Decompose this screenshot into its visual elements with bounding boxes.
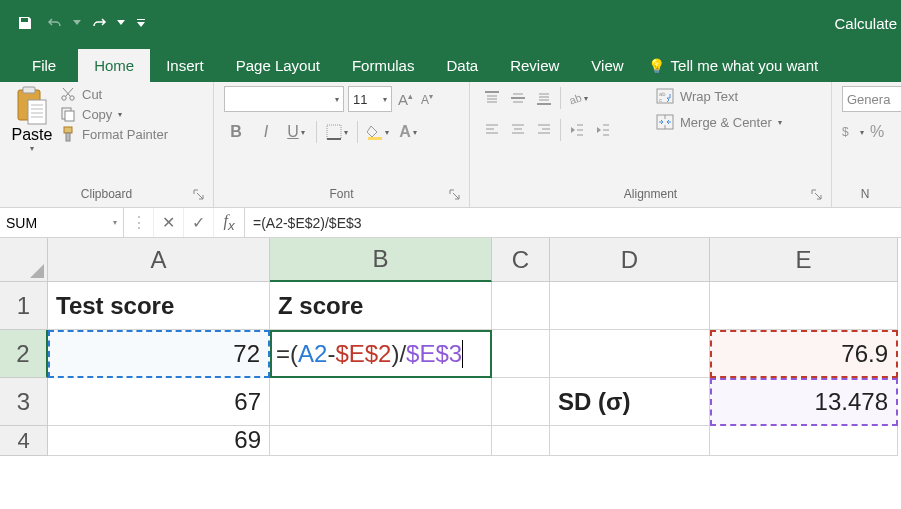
increase-indent-button[interactable] [591, 118, 615, 142]
svg-rect-2 [28, 100, 46, 124]
cell-B2[interactable]: =(A2-$E$2)/$E$3 [270, 330, 492, 378]
col-header-D[interactable]: D [550, 238, 710, 282]
cell-A4[interactable]: 69 [48, 426, 270, 456]
italic-button[interactable]: I [254, 120, 278, 144]
underline-button[interactable]: U▾ [284, 120, 308, 144]
cell-D4[interactable] [550, 426, 710, 456]
redo-dropdown[interactable] [116, 20, 126, 26]
dialog-launcher-icon[interactable] [449, 189, 461, 201]
insert-function-button[interactable]: fx [214, 208, 244, 237]
align-left-button[interactable] [480, 118, 504, 142]
wrap-text-button[interactable]: abc Wrap Text [654, 86, 784, 106]
cell-C2[interactable] [492, 330, 550, 378]
align-right-button[interactable] [532, 118, 556, 142]
save-icon [17, 15, 33, 31]
decrease-indent-button[interactable] [565, 118, 589, 142]
number-format-select[interactable]: Genera [842, 86, 901, 112]
col-header-E[interactable]: E [710, 238, 898, 282]
paste-icon [14, 86, 50, 126]
save-button[interactable] [12, 10, 38, 36]
copy-icon [60, 106, 76, 122]
undo-dropdown[interactable] [72, 20, 82, 26]
font-name-select[interactable]: ▾ [224, 86, 344, 112]
orientation-button[interactable]: ab▾ [565, 86, 589, 110]
col-header-A[interactable]: A [48, 238, 270, 282]
cell-D3[interactable]: SD (σ) [550, 378, 710, 426]
cell-B1[interactable]: Z score [270, 282, 492, 330]
svg-text:$: $ [842, 125, 849, 139]
tab-insert[interactable]: Insert [150, 49, 220, 82]
bold-button[interactable]: B [224, 120, 248, 144]
cell-D2[interactable] [550, 330, 710, 378]
cell-C1[interactable] [492, 282, 550, 330]
cell-A3[interactable]: 67 [48, 378, 270, 426]
lightbulb-icon: 💡 [648, 58, 665, 74]
row-header-4[interactable]: 4 [0, 426, 48, 456]
name-box[interactable]: ▾ [0, 208, 124, 237]
cell-E4[interactable] [710, 426, 898, 456]
redo-button[interactable] [86, 10, 112, 36]
enter-formula-button[interactable]: ✓ [184, 208, 214, 237]
group-alignment: ab▾ abc Wrap Text Merge & [470, 82, 832, 207]
tab-formulas[interactable]: Formulas [336, 49, 431, 82]
merge-center-button[interactable]: Merge & Center ▾ [654, 112, 784, 132]
cut-label: Cut [82, 87, 102, 102]
percent-button[interactable]: % [868, 120, 886, 144]
col-header-C[interactable]: C [492, 238, 550, 282]
cancel-formula-button[interactable]: ✕ [154, 208, 184, 237]
decrease-font-button[interactable]: A▾ [419, 90, 435, 109]
svg-text:ab: ab [567, 91, 582, 106]
paste-button[interactable]: Paste ▾ [10, 86, 54, 153]
align-bottom-icon [536, 90, 552, 106]
row-header-1[interactable]: 1 [0, 282, 48, 330]
number-format-value: Genera [847, 92, 890, 107]
tab-page-layout[interactable]: Page Layout [220, 49, 336, 82]
dialog-launcher-icon[interactable] [193, 189, 205, 201]
font-color-button[interactable]: A▾ [396, 120, 420, 144]
accounting-format-button[interactable]: $▾ [842, 120, 864, 144]
group-label-clipboard: Clipboard [10, 185, 203, 205]
svg-rect-15 [368, 137, 382, 140]
align-top-button[interactable] [480, 86, 504, 110]
formula-input[interactable]: =(A2-$E$2)/$E$3 [245, 208, 901, 237]
cell-B4[interactable] [270, 426, 492, 456]
cell-A2[interactable]: 72 [48, 330, 270, 378]
tab-view[interactable]: View [575, 49, 639, 82]
tell-me-search[interactable]: 💡 Tell me what you want [640, 49, 827, 82]
formula-bar: ▾ ⋮ ✕ ✓ fx =(A2-$E$2)/$E$3 [0, 208, 901, 238]
dialog-launcher-icon[interactable] [811, 189, 823, 201]
undo-button[interactable] [42, 10, 68, 36]
cell-B3[interactable] [270, 378, 492, 426]
cell-E2[interactable]: 76.9 [710, 330, 898, 378]
borders-button[interactable]: ▾ [325, 120, 349, 144]
tab-data[interactable]: Data [430, 49, 494, 82]
chevron-down-icon: ▾ [30, 144, 34, 153]
name-box-input[interactable] [6, 215, 96, 231]
group-font: ▾ 11 ▾ A▴ A▾ B I U▾ ▾ [214, 82, 470, 207]
cell-C3[interactable] [492, 378, 550, 426]
align-center-button[interactable] [506, 118, 530, 142]
align-bottom-button[interactable] [532, 86, 556, 110]
align-center-icon [510, 122, 526, 138]
chevron-down-icon: ▾ [113, 218, 117, 227]
cell-E1[interactable] [710, 282, 898, 330]
chevron-down-icon: ▾ [383, 95, 387, 104]
increase-font-button[interactable]: A▴ [396, 89, 415, 110]
cell-D1[interactable] [550, 282, 710, 330]
tab-review[interactable]: Review [494, 49, 575, 82]
cell-C4[interactable] [492, 426, 550, 456]
cell-A1[interactable]: Test score [48, 282, 270, 330]
increase-indent-icon [595, 122, 611, 138]
cell-E3[interactable]: 13.478 [710, 378, 898, 426]
qat-customize[interactable] [136, 19, 146, 27]
tab-file[interactable]: File [16, 49, 72, 82]
row-header-2[interactable]: 2 [0, 330, 48, 378]
format-painter-button: Format Painter [60, 126, 168, 142]
align-middle-button[interactable] [506, 86, 530, 110]
font-size-select[interactable]: 11 ▾ [348, 86, 392, 112]
fill-color-button[interactable]: ▾ [366, 120, 390, 144]
row-header-3[interactable]: 3 [0, 378, 48, 426]
tab-home[interactable]: Home [78, 49, 150, 82]
col-header-B[interactable]: B [270, 238, 492, 282]
select-all-corner[interactable] [0, 238, 48, 282]
